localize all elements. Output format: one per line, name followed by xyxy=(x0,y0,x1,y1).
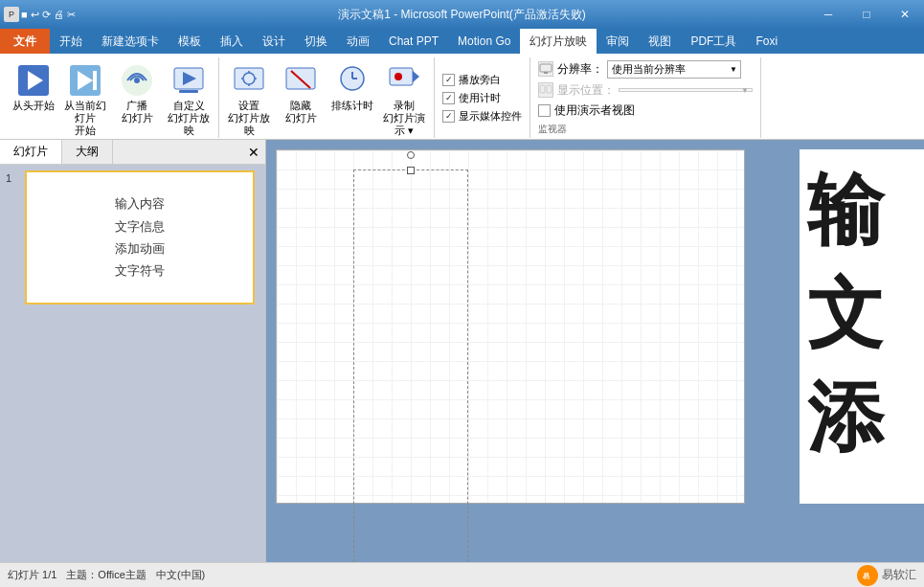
ribbon-group-settings-content: 设置幻灯片放映 隐藏幻灯片 排练计时 录制幻灯片演示 ▾ xyxy=(225,59,428,140)
rehearse-button[interactable]: 排练计时 xyxy=(328,59,376,114)
ribbon-monitor-group: 分辨率： 使用当前分辨率 ▼ 显示位置： ▼ 使用演示者视图 监视器 xyxy=(530,57,761,138)
cjk-char-3: 添 xyxy=(800,356,924,460)
ribbon-checks-group: ✓ 播放旁白 ✓ 使用计时 ✓ 显示媒体控件 xyxy=(435,57,530,138)
table-row: 1 输入内容 文字信息 添加动画 文字符号 xyxy=(6,170,259,305)
slide-number: 1 xyxy=(6,170,21,305)
logo-icon: 易 xyxy=(857,565,878,586)
show-media-checkbox[interactable]: ✓ xyxy=(442,110,455,123)
maximize-button[interactable]: □ xyxy=(847,0,886,29)
status-bar: 幻灯片 1/1 主题：Office主题 中文(中国) 易 易软汇 xyxy=(0,562,924,587)
panel-close-button[interactable]: ✕ xyxy=(242,140,265,164)
title-bar-icons: P ■ ↩ ⟳ 🖨 ✂ xyxy=(4,7,76,22)
canvas-area: 输 文 添 xyxy=(266,140,924,564)
from-current-label: 从当前幻灯片开始 xyxy=(63,100,107,138)
slide-thumbnail[interactable]: 输入内容 文字信息 添加动画 文字符号 xyxy=(25,170,255,305)
record-button[interactable]: 录制幻灯片演示 ▾ xyxy=(380,59,428,140)
svg-rect-9 xyxy=(179,90,198,93)
from-current-button[interactable]: 从当前幻灯片开始 xyxy=(61,59,109,140)
broadcast-label: 广播幻灯片 xyxy=(122,100,153,124)
menu-view[interactable]: 视图 xyxy=(639,29,681,54)
cjk-char-2: 文 xyxy=(800,253,924,356)
menu-start[interactable]: 开始 xyxy=(50,29,92,54)
menu-template[interactable]: 模板 xyxy=(169,29,211,54)
resolution-dropdown[interactable]: 使用当前分辨率 ▼ xyxy=(607,60,741,79)
play-narration-checkbox[interactable]: ✓ xyxy=(442,74,455,86)
record-label: 录制幻灯片演示 ▾ xyxy=(382,100,426,138)
rotation-handle[interactable] xyxy=(407,151,415,159)
presenter-view-label: 使用演示者视图 xyxy=(554,102,635,119)
menu-pdf[interactable]: PDF工具 xyxy=(681,29,746,54)
settings-label: 设置幻灯片放映 xyxy=(227,100,271,138)
slides-list: 1 输入内容 文字信息 添加动画 文字符号 xyxy=(0,165,265,564)
use-timing-checkbox[interactable]: ✓ xyxy=(442,92,455,104)
menu-slideshow[interactable]: 幻灯片放映 xyxy=(520,29,597,54)
broadcast-button[interactable]: 广播幻灯片 xyxy=(113,59,161,126)
ribbon-group-start-content: 从头开始 从当前幻灯片开始 广播幻灯片 自定义幻灯片放映 xyxy=(10,59,213,140)
display-arrow-icon: ▼ xyxy=(741,86,749,95)
svg-point-6 xyxy=(134,78,140,83)
menu-foxit[interactable]: Foxi xyxy=(746,29,787,54)
display-label: 显示位置： xyxy=(557,82,615,99)
show-media-label: 显示媒体控件 xyxy=(459,109,522,124)
svg-rect-24 xyxy=(540,64,552,72)
display-row: 显示位置： ▼ xyxy=(538,82,753,99)
resize-handle-top[interactable] xyxy=(407,167,415,174)
main-container: 幻灯片 大纲 ✕ 1 输入内容 文字信息 添加动画 文字符号 xyxy=(0,140,924,564)
resolution-label: 分辨率： xyxy=(557,61,603,78)
play-narration-label: 播放旁白 xyxy=(459,73,501,87)
slides-tab[interactable]: 幻灯片 xyxy=(0,140,62,164)
svg-rect-4 xyxy=(93,71,97,90)
resolution-icon xyxy=(538,61,553,77)
slide-canvas[interactable] xyxy=(276,149,745,504)
menu-animation[interactable]: 动画 xyxy=(337,29,379,54)
menu-review[interactable]: 审阅 xyxy=(597,29,639,54)
minimize-button[interactable]: ─ xyxy=(809,0,847,29)
svg-text:易: 易 xyxy=(863,573,869,579)
slide-outline-tabs: 幻灯片 大纲 ✕ xyxy=(0,140,265,165)
language: 中文(中国) xyxy=(156,568,205,582)
rehearse-icon xyxy=(333,61,372,100)
menu-insert[interactable]: 插入 xyxy=(211,29,253,54)
monitor-group-label: 监视器 xyxy=(538,123,753,136)
display-icon xyxy=(538,82,553,98)
play-narration-row[interactable]: ✓ 播放旁白 xyxy=(442,73,522,87)
slide-overflow-content: 输 文 添 xyxy=(800,149,924,504)
presenter-view-checkbox[interactable] xyxy=(538,104,551,117)
title-controls[interactable]: ─ □ ✕ xyxy=(809,0,924,29)
svg-marker-22 xyxy=(413,71,419,82)
canvas-grid xyxy=(277,150,744,503)
menu-new-tab[interactable]: 新建选项卡 xyxy=(92,29,169,54)
resolution-value: 使用当前分辨率 xyxy=(612,62,686,77)
slide-content-line4: 文字符号 xyxy=(115,260,165,282)
menu-chat-ppt[interactable]: Chat PPT xyxy=(379,29,448,54)
slide-content-line3: 添加动画 xyxy=(115,237,165,260)
hide-slide-button[interactable]: 隐藏幻灯片 xyxy=(277,59,325,126)
theme-name: 主题：Office主题 xyxy=(66,568,146,582)
left-panel: 幻灯片 大纲 ✕ 1 输入内容 文字信息 添加动画 文字符号 xyxy=(0,140,266,564)
custom-slideshow-button[interactable]: 自定义幻灯片放映 xyxy=(165,59,213,140)
menu-motion-go[interactable]: Motion Go xyxy=(448,29,520,54)
window-title: 演示文稿1 - Microsoft PowerPoint(产品激活失败) xyxy=(338,7,586,23)
outline-tab[interactable]: 大纲 xyxy=(62,140,113,164)
record-icon xyxy=(385,61,423,100)
slide-content-line2: 文字信息 xyxy=(115,215,165,237)
menu-design[interactable]: 设计 xyxy=(253,29,295,54)
settings-button[interactable]: 设置幻灯片放映 xyxy=(225,59,273,140)
hide-icon xyxy=(282,61,320,100)
menu-transition[interactable]: 切换 xyxy=(295,29,337,54)
use-timing-row[interactable]: ✓ 使用计时 xyxy=(442,91,522,105)
svg-rect-25 xyxy=(544,72,548,74)
from-start-button[interactable]: 从头开始 xyxy=(10,59,57,114)
custom-label: 自定义幻灯片放映 xyxy=(167,100,211,138)
cjk-char-1: 输 xyxy=(800,149,924,253)
ribbon: 从头开始 从当前幻灯片开始 广播幻灯片 自定义幻灯片放映 开始 xyxy=(0,54,924,140)
close-button[interactable]: ✕ xyxy=(886,0,924,29)
text-box[interactable] xyxy=(353,169,468,564)
brand-text: 易软汇 xyxy=(882,567,916,583)
slide-content-line1: 输入内容 xyxy=(115,192,165,214)
title-bar: P ■ ↩ ⟳ 🖨 ✂ 演示文稿1 - Microsoft PowerPoint… xyxy=(0,0,924,29)
file-menu[interactable]: 文件 xyxy=(0,29,50,54)
play-current-icon xyxy=(66,61,104,100)
presenter-view-row[interactable]: 使用演示者视图 xyxy=(538,102,753,119)
show-media-row[interactable]: ✓ 显示媒体控件 xyxy=(442,109,522,124)
